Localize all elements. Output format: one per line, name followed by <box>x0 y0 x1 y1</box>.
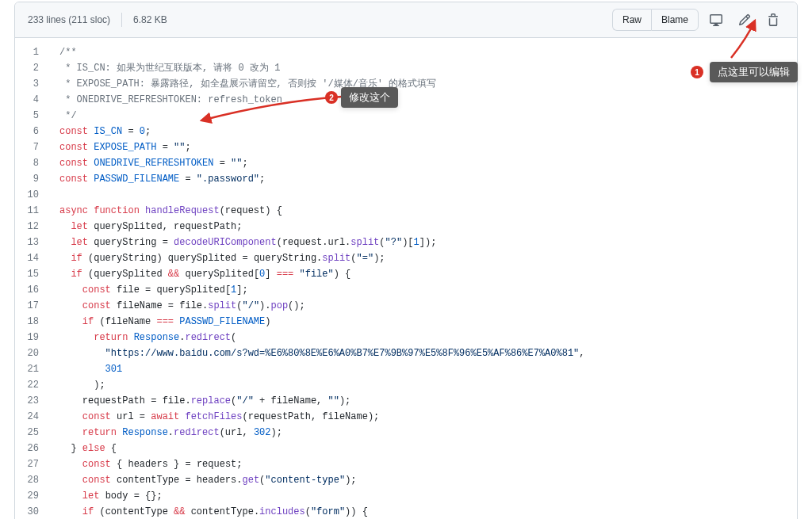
delete-icon[interactable] <box>762 9 784 31</box>
code-line: const contentType = headers.get("content… <box>59 472 797 488</box>
code-line: let queryString = decodeURIComponent(req… <box>59 235 797 250</box>
code-line: const PASSWD_FILENAME = ".password"; <box>59 171 797 187</box>
line-number[interactable]: 23 <box>15 393 44 409</box>
line-number[interactable]: 12 <box>15 219 44 235</box>
line-number[interactable]: 13 <box>15 235 44 250</box>
blame-button[interactable]: Blame <box>651 9 699 31</box>
line-number[interactable]: 15 <box>15 266 44 282</box>
code-line: const IS_CN = 0; <box>59 124 797 139</box>
code-line: const ONEDRIVE_REFRESHTOKEN = ""; <box>59 155 797 171</box>
code-area: 1234567891011121314151617181920212223242… <box>15 38 797 519</box>
line-number[interactable]: 6 <box>15 124 44 139</box>
code-line: const url = await fetchFiles(requestPath… <box>59 409 797 425</box>
code-line <box>59 187 797 203</box>
code-content[interactable]: /** * IS_CN: 如果为世纪互联版本, 请将 0 改为 1 * EXPO… <box>52 38 797 519</box>
code-line: requestPath = file.replace("/" + fileNam… <box>59 393 797 409</box>
line-number[interactable]: 4 <box>15 92 44 108</box>
line-number[interactable]: 28 <box>15 472 44 488</box>
code-line: let querySplited, requestPath; <box>59 219 797 235</box>
code-line: /** <box>59 44 797 60</box>
code-line: const fileName = file.split("/").pop(); <box>59 298 797 314</box>
file-actions: Raw Blame <box>612 9 784 31</box>
code-line: * EXPOSE_PATH: 暴露路径, 如全盘展示请留空, 否则按 '/媒体/… <box>59 76 797 92</box>
line-number[interactable]: 20 <box>15 345 44 361</box>
code-line: if (queryString) querySplited = queryStr… <box>59 250 797 266</box>
raw-button[interactable]: Raw <box>612 9 651 31</box>
line-number[interactable]: 25 <box>15 425 44 441</box>
file-info: 233 lines (211 sloc) 6.82 KB <box>28 13 612 27</box>
line-number[interactable]: 30 <box>15 504 44 519</box>
line-number[interactable]: 21 <box>15 361 44 377</box>
annotation-badge-1: 1 <box>691 66 703 78</box>
line-number[interactable]: 19 <box>15 330 44 345</box>
code-line: return Response.redirect(url, 302); <box>59 425 797 441</box>
code-line: let body = {}; <box>59 488 797 504</box>
line-number[interactable]: 27 <box>15 456 44 472</box>
code-line: } else { <box>59 441 797 456</box>
code-line: ); <box>59 377 797 393</box>
code-line: if (querySplited && querySplited[0] === … <box>59 266 797 282</box>
line-number[interactable]: 17 <box>15 298 44 314</box>
file-header: 233 lines (211 sloc) 6.82 KB Raw Blame <box>15 2 797 38</box>
line-number[interactable]: 16 <box>15 282 44 298</box>
code-line: * IS_CN: 如果为世纪互联版本, 请将 0 改为 1 <box>59 60 797 76</box>
code-line: const file = querySplited[1]; <box>59 282 797 298</box>
annotation-text-2: 修改这个 <box>349 90 390 105</box>
annotation-text-1: 点这里可以编辑 <box>718 65 790 79</box>
line-number[interactable]: 14 <box>15 250 44 266</box>
line-number[interactable]: 1 <box>15 44 44 60</box>
code-line: return Response.redirect( <box>59 330 797 345</box>
code-line: const { headers } = request; <box>59 456 797 472</box>
desktop-icon[interactable] <box>705 9 727 31</box>
code-line: if (fileName === PASSWD_FILENAME) <box>59 314 797 330</box>
line-number[interactable]: 2 <box>15 60 44 76</box>
line-number[interactable]: 10 <box>15 187 44 203</box>
code-line: "https://www.baidu.com/s?wd=%E6%80%8E%E6… <box>59 345 797 361</box>
file-viewer: 233 lines (211 sloc) 6.82 KB Raw Blame 1… <box>14 2 798 519</box>
file-size: 6.82 KB <box>133 14 167 25</box>
line-number[interactable]: 3 <box>15 76 44 92</box>
line-number[interactable]: 24 <box>15 409 44 425</box>
code-line: const EXPOSE_PATH = ""; <box>59 139 797 155</box>
line-number[interactable]: 22 <box>15 377 44 393</box>
code-line: */ <box>59 108 797 124</box>
line-number[interactable]: 5 <box>15 108 44 124</box>
annotation-badge-2: 2 <box>325 91 338 104</box>
line-number[interactable]: 9 <box>15 171 44 187</box>
line-number[interactable]: 26 <box>15 441 44 456</box>
line-number[interactable]: 18 <box>15 314 44 330</box>
code-line: 301 <box>59 361 797 377</box>
line-count: 233 lines (211 sloc) <box>28 14 110 25</box>
divider <box>121 13 122 27</box>
line-number-gutter: 1234567891011121314151617181920212223242… <box>15 38 52 519</box>
code-line: if (contentType && contentType.includes(… <box>59 504 797 519</box>
annotation-callout-1: 1 点这里可以编辑 <box>710 62 798 82</box>
line-number[interactable]: 11 <box>15 203 44 219</box>
edit-icon[interactable] <box>733 9 756 31</box>
line-number[interactable]: 7 <box>15 139 44 155</box>
line-number[interactable]: 8 <box>15 155 44 171</box>
annotation-callout-2: 2 修改这个 <box>341 87 398 108</box>
code-line: async function handleRequest(request) { <box>59 203 797 219</box>
code-line: * ONEDRIVE_REFRESHTOKEN: refresh_token <box>59 92 797 108</box>
line-number[interactable]: 29 <box>15 488 44 504</box>
